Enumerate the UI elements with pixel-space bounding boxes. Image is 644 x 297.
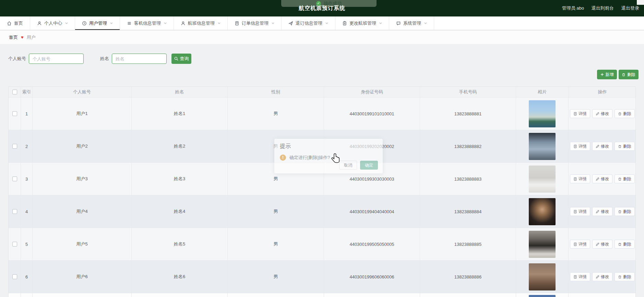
edit-button[interactable]: 修改 <box>592 240 612 249</box>
delete-row-button[interactable]: 删除 <box>615 109 635 118</box>
document-icon <box>573 177 577 181</box>
detail-button[interactable]: 详情 <box>570 174 590 183</box>
dialog-cancel-button[interactable]: 取消 <box>339 161 357 170</box>
edit-button[interactable]: 修改 <box>592 272 612 281</box>
cell-phone: 13823888881 <box>420 98 516 130</box>
logout-link[interactable]: 退出登录 <box>621 5 639 11</box>
row-checkbox[interactable] <box>12 209 17 214</box>
exit-to-front-link[interactable]: 退出到前台 <box>592 5 614 11</box>
nav-tab-aircraft-info[interactable]: 客机信息管理 <box>120 16 174 30</box>
nav-tab-order-info[interactable]: 订单信息管理 <box>228 16 282 30</box>
cell-phone: 13823888882 <box>420 130 516 162</box>
pencil-icon <box>596 112 599 116</box>
edit-button[interactable]: 修改 <box>592 142 612 151</box>
table-row: 6 用户6 姓名6 男 440300199606060006 138238888… <box>9 260 635 293</box>
edit-button[interactable]: 修改 <box>592 109 612 118</box>
cell-name: 姓名4 <box>132 195 228 228</box>
row-checkbox[interactable] <box>12 176 17 181</box>
cell-account: 用户5 <box>33 228 132 260</box>
list-icon <box>127 21 132 26</box>
confirm-dialog: 提示 ! 确定进行[删除]操作? 取消 确定 <box>274 139 383 173</box>
detail-button[interactable]: 详情 <box>570 142 590 151</box>
cell-account: 用户1 <box>33 98 132 130</box>
pencil-icon <box>596 275 599 279</box>
col-header-gender: 性别 <box>228 87 324 97</box>
pencil-icon <box>596 145 599 148</box>
row-checkbox[interactable] <box>12 111 17 116</box>
breadcrumb: 首页 ♥ 用户 <box>0 31 644 44</box>
cell-id-number: 440300199101010001 <box>324 98 420 130</box>
warning-icon: ! <box>280 155 286 161</box>
user-photo <box>529 165 556 193</box>
row-checkbox[interactable] <box>12 144 17 149</box>
col-header-phone: 手机号码 <box>420 87 516 97</box>
delete-row-button[interactable]: 删除 <box>615 207 635 216</box>
nav-tab-home[interactable]: 首页 <box>0 16 30 30</box>
scrollbar-corner <box>637 0 644 5</box>
cell-name: 姓名5 <box>132 228 228 260</box>
col-header-index: 索引 <box>21 87 33 97</box>
user-photo <box>529 100 556 127</box>
nav-tab-flight-info[interactable]: 航班信息管理 <box>174 16 228 30</box>
person-icon <box>181 21 186 26</box>
cell-name: 姓名2 <box>132 130 228 162</box>
detail-button[interactable]: 详情 <box>570 272 590 281</box>
top-header: 航空机票预订系统 管理员 abo 退出到前台 退出登录 ✓ 操作成功 <box>0 0 644 16</box>
delete-row-button[interactable]: 删除 <box>615 272 635 281</box>
nav-label: 首页 <box>14 20 23 26</box>
nav-label: 个人中心 <box>44 20 62 26</box>
table-header-row: 索引 个人账号 姓名 性别 身份证号码 手机号码 相片 操作 <box>9 87 635 97</box>
breadcrumb-current: 用户 <box>27 34 36 41</box>
detail-button[interactable]: 详情 <box>570 207 590 216</box>
cell-account: 用户2 <box>33 130 132 162</box>
nav-tab-system-management[interactable]: 系统管理 <box>389 16 434 30</box>
document-icon <box>573 112 577 116</box>
dialog-confirm-button[interactable]: 确定 <box>360 161 378 170</box>
trash-icon <box>618 112 622 116</box>
nav-tab-change-flight[interactable]: 更改航班管理 <box>335 16 389 30</box>
cell-gender: 男 <box>228 195 324 228</box>
query-button[interactable]: 查询 <box>171 54 191 64</box>
table-toolbar: 新增 删除 <box>597 70 639 79</box>
pencil-icon <box>596 210 599 214</box>
delete-row-button[interactable]: 删除 <box>615 240 635 249</box>
detail-button[interactable]: 详情 <box>570 109 590 118</box>
name-input[interactable] <box>112 54 167 64</box>
detail-button[interactable]: 详情 <box>570 240 590 249</box>
page: 航空机票预订系统 管理员 abo 退出到前台 退出登录 ✓ 操作成功 首页 个人… <box>0 0 644 297</box>
trash-icon <box>618 210 622 214</box>
cell-index: 6 <box>21 261 33 293</box>
add-button[interactable]: 新增 <box>597 70 617 79</box>
col-header-actions: 操作 <box>569 87 636 97</box>
select-all-checkbox[interactable] <box>12 90 17 94</box>
chevron-down-icon <box>379 22 382 24</box>
breadcrumb-home[interactable]: 首页 <box>9 34 18 41</box>
cell-gender: 男 <box>228 261 324 293</box>
cell-account: 用户6 <box>33 261 132 293</box>
document-icon <box>573 275 577 279</box>
chevron-down-icon <box>272 22 274 24</box>
query-button-label: 查询 <box>180 56 189 62</box>
table-row-partial <box>9 293 635 297</box>
toast-message: 操作成功 <box>324 0 342 7</box>
pencil-icon <box>596 242 599 246</box>
search-form: 个人账号 姓名 查询 <box>8 54 191 64</box>
nav-tab-personal-center[interactable]: 个人中心 <box>30 16 75 30</box>
row-checkbox[interactable] <box>12 242 17 247</box>
name-label: 姓名 <box>100 56 109 62</box>
delete-row-button[interactable]: 删除 <box>615 142 635 151</box>
account-input[interactable] <box>29 54 84 64</box>
user-photo <box>529 263 556 290</box>
nav-tab-refund-info[interactable]: 退订信息管理 <box>282 16 335 30</box>
cell-account: 用户3 <box>33 163 132 195</box>
delete-row-button[interactable]: 删除 <box>615 174 635 183</box>
trash-icon <box>618 275 622 279</box>
send-icon <box>288 21 293 26</box>
edit-button[interactable]: 修改 <box>592 207 612 216</box>
edit-button[interactable]: 修改 <box>592 174 612 183</box>
user-icon <box>37 21 42 26</box>
dialog-message: 确定进行[删除]操作? <box>289 155 330 161</box>
nav-tab-user-management[interactable]: 用户管理 <box>75 16 120 30</box>
batch-delete-button[interactable]: 删除 <box>619 70 639 79</box>
row-checkbox[interactable] <box>12 274 17 279</box>
